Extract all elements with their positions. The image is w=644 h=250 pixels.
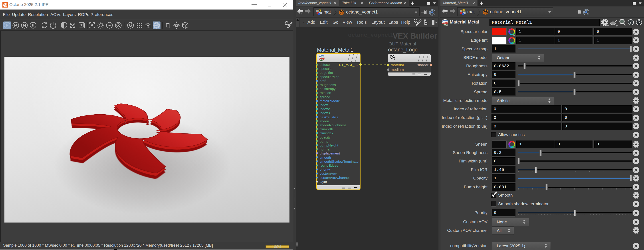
svg-text:smoothShadowTerminator: smoothShadowTerminator [320,160,360,163]
svg-text:displacement: displacement [320,151,340,155]
svg-text:smooth: smooth [320,156,331,159]
svg-text:filmwidth: filmwidth [320,127,333,131]
svg-text:shader: shader [417,63,429,67]
svg-text:bumpHeight: bumpHeight [320,143,338,147]
svg-text:sheenRoughness: sheenRoughness [320,123,346,127]
svg-text:anisotropy: anisotropy [320,87,336,91]
svg-text:index: index [320,103,328,107]
svg-text:rotation: rotation [320,91,331,95]
svg-text:sheen: sheen [320,119,329,123]
svg-text:customAov: customAov [320,172,337,175]
svg-text:spread: spread [320,95,330,99]
svg-text:customAovChannel: customAovChannel [320,176,350,180]
svg-text:hasCaustics: hasCaustics [320,115,338,119]
svg-text:roughness: roughness [320,83,336,87]
svg-text:filmindex: filmindex [320,131,333,135]
svg-text:opacity: opacity [320,135,330,139]
svg-text:normal: normal [320,147,330,151]
svg-text:edgeTint: edgeTint [320,71,333,74]
svg-text:metallicMode: metallicMode [320,99,340,103]
svg-text:specularMap: specularMap [320,75,340,79]
svg-text:specular: specular [320,67,333,70]
svg-text:index2: index2 [320,107,330,111]
svg-text:NT_MAT_…: NT_MAT_… [339,63,358,66]
svg-text:material: material [391,63,404,67]
svg-text:brdf: brdf [320,79,326,83]
svg-text:index3: index3 [320,111,330,115]
svg-text:diffuse: diffuse [320,63,330,66]
svg-text:layer: layer [320,180,327,184]
svg-text:bump: bump [320,139,328,143]
svg-text:priority: priority [320,168,330,171]
svg-text:roundEdges: roundEdges [320,164,338,167]
svg-text:medium: medium [391,68,404,72]
